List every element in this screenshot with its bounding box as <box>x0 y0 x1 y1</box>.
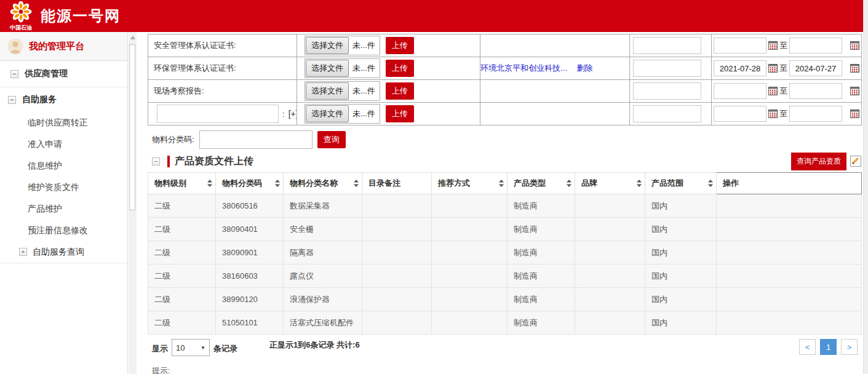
sidebar-item-info-maintenance[interactable]: 信息维护 <box>0 155 127 177</box>
date-to-input[interactable] <box>789 38 842 54</box>
cell-product-type: 制造商 <box>508 241 575 265</box>
cell-brand <box>575 288 645 311</box>
calendar-icon[interactable] <box>850 64 859 73</box>
calendar-icon[interactable] <box>768 109 778 118</box>
calendar-icon[interactable] <box>768 41 778 50</box>
sidebar-item-self-service[interactable]: − 自助服务 <box>0 87 127 112</box>
uploaded-file-cell <box>480 103 630 125</box>
page-1-button[interactable]: 1 <box>820 339 837 355</box>
date-to-input[interactable] <box>789 83 842 99</box>
sidebar-item-self-service-query[interactable]: + 自助服务查询 <box>0 241 127 263</box>
sort-icon[interactable] <box>207 180 212 187</box>
add-row-button[interactable]: [+] <box>289 109 297 119</box>
petrochina-logo-icon: 中国石油 <box>6 1 36 31</box>
choose-file-button[interactable]: 选择文件 <box>306 37 349 54</box>
upload-button[interactable]: 上传 <box>386 82 414 100</box>
file-input[interactable]: 选择文件 未...件 <box>305 81 380 101</box>
col-header-brand[interactable]: 品牌 <box>575 173 645 194</box>
sidebar-item-access-application[interactable]: 准入申请 <box>0 133 127 155</box>
date-to-input[interactable] <box>789 60 842 76</box>
table-row[interactable]: 二级 38990120 浪涌保护器 制造商 国内 <box>148 288 862 311</box>
cell-product-type: 制造商 <box>508 288 575 311</box>
choose-file-button[interactable]: 选择文件 <box>306 82 349 100</box>
custom-field-cell: :[+] <box>148 103 297 125</box>
calendar-icon[interactable] <box>768 64 778 73</box>
material-code-input[interactable] <box>199 130 313 149</box>
cert-number-input[interactable] <box>633 37 701 54</box>
sidebar-item-temp-supplier-regularization[interactable]: 临时供应商转正 <box>0 112 127 133</box>
scroll-up-arrow-icon[interactable] <box>130 36 135 39</box>
table-row[interactable]: 二级 38060516 数据采集器 制造商 国内 <box>148 194 862 218</box>
calendar-icon[interactable] <box>850 87 859 95</box>
cell-material-level: 二级 <box>148 311 216 335</box>
prev-page-button[interactable]: < <box>799 339 816 355</box>
col-header-material-code[interactable]: 物料分类码 <box>216 173 284 194</box>
cell-material-level: 二级 <box>148 288 216 311</box>
cell-product-type: 制造商 <box>508 311 575 335</box>
sidebar-item-supplier-management[interactable]: − 供应商管理 <box>0 61 127 87</box>
sidebar-item-preregistration-info-edit[interactable]: 预注册信息修改 <box>0 220 127 241</box>
uploaded-file-link[interactable]: 环境北京平和创业科技... <box>480 63 567 73</box>
table-row[interactable]: 二级 38090401 安全栅 制造商 国内 <box>148 218 862 241</box>
logo-caption: 中国石油 <box>6 24 36 32</box>
uploaded-file-cell: 环境北京平和创业科技... 删除 <box>480 57 630 80</box>
calendar-icon[interactable] <box>850 109 859 118</box>
upload-button[interactable]: 上传 <box>386 105 414 122</box>
custom-cert-name-input[interactable] <box>157 105 279 123</box>
upload-button[interactable]: 上传 <box>386 37 414 54</box>
col-header-operation[interactable]: 操作 <box>717 173 862 194</box>
date-from-input[interactable] <box>714 83 766 99</box>
sidebar-scrollbar[interactable] <box>129 32 137 374</box>
collapse-minus-icon[interactable]: − <box>152 157 160 165</box>
file-input[interactable]: 选择文件 未...件 <box>305 58 380 78</box>
sort-icon[interactable] <box>354 180 359 187</box>
calendar-icon[interactable] <box>850 41 859 50</box>
col-header-recommend-method[interactable]: 推荐方式 <box>432 173 508 194</box>
sidebar-item-my-platform[interactable]: 我的管理平台 <box>0 32 127 61</box>
collapse-minus-icon[interactable]: − <box>8 96 16 104</box>
expand-plus-icon[interactable]: + <box>19 248 27 256</box>
sort-icon[interactable] <box>708 180 713 187</box>
table-row[interactable]: 二级 38160603 露点仪 制造商 国内 <box>148 265 862 288</box>
cert-number-input[interactable] <box>633 82 701 100</box>
choose-file-button[interactable]: 选择文件 <box>306 60 349 77</box>
calendar-icon[interactable] <box>768 87 778 95</box>
date-to-input[interactable] <box>789 106 842 122</box>
cert-number-input[interactable] <box>633 60 701 77</box>
date-from-input[interactable] <box>714 60 766 76</box>
sidebar-item-label: 供应商管理 <box>25 68 68 79</box>
sort-icon[interactable] <box>637 180 642 187</box>
cell-recommend-method <box>432 288 508 311</box>
sort-icon[interactable] <box>567 180 571 187</box>
delete-file-link[interactable]: 删除 <box>576 63 592 73</box>
file-input[interactable]: 选择文件 未...件 <box>305 104 380 124</box>
table-row[interactable]: 二级 38090901 隔离器 制造商 国内 <box>148 241 862 265</box>
col-header-product-scope[interactable]: 产品范围 <box>645 173 717 194</box>
page-size-select[interactable]: 10 ▼ <box>172 339 210 356</box>
sidebar-item-maintain-qualification-files[interactable]: 维护资质文件 <box>0 177 127 198</box>
col-header-catalog-note[interactable]: 目录备注 <box>362 173 432 194</box>
col-header-material-name[interactable]: 物料分类名称 <box>284 173 362 194</box>
sort-icon[interactable] <box>275 180 280 187</box>
cert-number-input[interactable] <box>633 105 701 122</box>
date-from-input[interactable] <box>714 106 766 122</box>
file-input[interactable]: 选择文件 未...件 <box>305 36 380 55</box>
upload-button[interactable]: 上传 <box>386 60 414 77</box>
table-row[interactable]: 二级 51050101 活塞式压缩机配件 制造商 国内 <box>148 311 862 335</box>
col-header-material-level[interactable]: 物料级别 <box>148 173 216 194</box>
choose-file-button[interactable]: 选择文件 <box>306 105 349 122</box>
next-page-button[interactable]: > <box>841 339 858 355</box>
query-product-qualification-button[interactable]: 查询产品资质 <box>791 153 846 170</box>
date-from-input[interactable] <box>714 38 766 54</box>
col-header-product-type[interactable]: 产品类型 <box>508 173 575 194</box>
field-label: 安全管理体系认证证书: <box>148 34 297 57</box>
cert-number-cell <box>630 80 712 103</box>
collapse-minus-icon[interactable]: − <box>10 70 18 78</box>
sort-icon[interactable] <box>499 180 504 187</box>
edit-icon[interactable] <box>850 156 861 167</box>
scrollbar-thumb[interactable] <box>129 44 135 210</box>
query-button[interactable]: 查询 <box>317 131 346 148</box>
cell-recommend-method <box>432 194 508 218</box>
sidebar-item-product-maintenance[interactable]: 产品维护 <box>0 198 127 220</box>
page-scrollbar[interactable] <box>863 0 868 374</box>
